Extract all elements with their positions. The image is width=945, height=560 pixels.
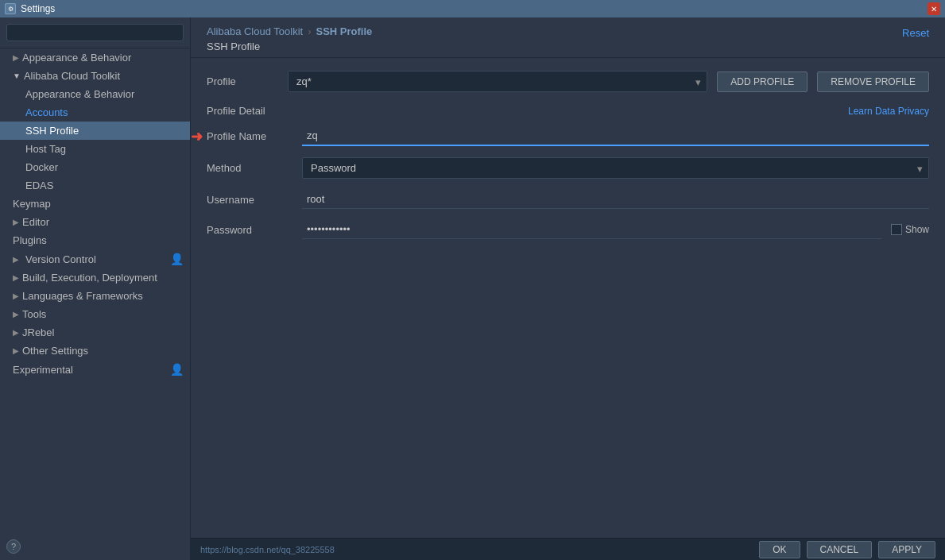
- content-area: Alibaba Cloud Toolkit › SSH Profile Rese…: [191, 17, 945, 560]
- arrow-icon: ▶: [13, 310, 19, 319]
- sidebar-item-docker[interactable]: Docker: [0, 158, 190, 176]
- main-layout: ▶ Appearance & Behavior ▼ Alibaba Cloud …: [0, 17, 945, 560]
- sidebar-item-label: Appearance & Behavior: [25, 88, 134, 100]
- sidebar-item-label: Version Control: [25, 253, 96, 265]
- sidebar-item-appearance-behavior-sub[interactable]: Appearance & Behavior: [0, 85, 190, 103]
- remove-profile-button[interactable]: REMOVE PROFILE: [817, 71, 929, 92]
- breadcrumb: Alibaba Cloud Toolkit › SSH Profile: [207, 25, 372, 37]
- sidebar-item-label: EDAS: [25, 180, 53, 191]
- arrow-icon: ▶: [13, 218, 19, 226]
- red-arrow-icon: ➜: [191, 128, 203, 145]
- sidebar-item-label: Tools: [22, 308, 46, 320]
- page-title-row: SSH Profile: [207, 41, 929, 57]
- profile-label: Profile: [207, 75, 278, 87]
- reset-button[interactable]: Reset: [902, 27, 929, 39]
- arrow-icon: ▶: [13, 273, 19, 282]
- sidebar-item-host-tag[interactable]: Host Tag: [0, 140, 190, 158]
- sidebar-item-keymap[interactable]: Keymap: [0, 195, 190, 213]
- sidebar-item-languages-frameworks[interactable]: ▶ Languages & Frameworks: [0, 287, 190, 305]
- sidebar-item-appearance-behavior-top[interactable]: ▶ Appearance & Behavior: [0, 48, 190, 67]
- sidebar-item-label: Other Settings: [22, 345, 88, 357]
- search-input[interactable]: [6, 24, 184, 41]
- sidebar-item-label: JRebel: [22, 326, 54, 338]
- sidebar-item-label: Alibaba Cloud Toolkit: [24, 70, 120, 82]
- profile-row: Profile zq* ▾ ADD PROFILE REMOVE PROFILE: [207, 71, 929, 92]
- content-body: Profile zq* ▾ ADD PROFILE REMOVE PROFILE…: [191, 58, 945, 538]
- form-label-method: Method: [207, 162, 302, 174]
- ok-button[interactable]: OK: [759, 541, 800, 558]
- title-bar-title: Settings: [21, 3, 55, 14]
- password-field-area: Show: [302, 220, 929, 239]
- bottom-bar: https://blog.csdn.net/qq_38225558 OK CAN…: [191, 538, 945, 560]
- apply-button[interactable]: APPLY: [878, 541, 935, 558]
- sidebar-item-label: SSH Profile: [25, 125, 79, 137]
- arrow-icon: ▼: [13, 71, 21, 80]
- sidebar-item-ssh-profile[interactable]: SSH Profile: [0, 122, 190, 140]
- sidebar-item-label: Experimental: [13, 364, 73, 376]
- page-title: SSH Profile: [207, 41, 260, 52]
- arrow-icon: ▶: [13, 53, 19, 62]
- sidebar-item-label: Appearance & Behavior: [22, 52, 131, 64]
- username-input[interactable]: [302, 190, 929, 209]
- bottom-url: https://blog.csdn.net/qq_38225558: [200, 545, 753, 554]
- sidebar-item-label: Accounts: [25, 106, 68, 118]
- sidebar-item-label: Plugins: [13, 234, 47, 246]
- sidebar-item-other-settings[interactable]: ▶ Other Settings: [0, 342, 190, 360]
- method-select-wrapper: Password Key Pair ▾: [302, 157, 929, 179]
- experimental-icon: 👤: [170, 363, 184, 376]
- profile-detail-title: Profile Detail: [207, 105, 265, 117]
- profile-select-wrapper: zq* ▾: [288, 71, 707, 92]
- profile-detail-header: Profile Detail Learn Data Privacy: [207, 105, 929, 117]
- sidebar-item-accounts[interactable]: Accounts: [0, 103, 190, 122]
- form-label-username: Username: [207, 194, 302, 206]
- sidebar-item-label: Docker: [25, 161, 58, 173]
- sidebar-item-plugins[interactable]: Plugins: [0, 231, 190, 249]
- sidebar-item-label: Keymap: [13, 198, 51, 210]
- profile-select[interactable]: zq*: [288, 71, 707, 92]
- sidebar-item-tools[interactable]: ▶ Tools: [0, 305, 190, 323]
- method-select[interactable]: Password Key Pair: [302, 157, 929, 179]
- sidebar-item-editor[interactable]: ▶ Editor: [0, 213, 190, 231]
- show-label: Show: [905, 224, 929, 235]
- arrow-icon: ▶: [13, 292, 19, 300]
- learn-privacy-link[interactable]: Learn Data Privacy: [848, 106, 929, 117]
- content-header: Alibaba Cloud Toolkit › SSH Profile Rese…: [191, 17, 945, 58]
- form-label-profile-name: Profile Name: [207, 130, 302, 142]
- svg-text:⚙: ⚙: [8, 6, 14, 13]
- show-password-area: Show: [891, 224, 929, 235]
- method-row: Method Password Key Pair ▾: [207, 157, 929, 179]
- title-bar: ⚙ Settings ✕: [0, 0, 945, 17]
- arrow-icon: ▶: [13, 346, 19, 355]
- search-bar: [0, 17, 190, 48]
- breadcrumb-parent: Alibaba Cloud Toolkit: [207, 25, 303, 37]
- sidebar-item-build-execution[interactable]: ▶ Build, Execution, Deployment: [0, 268, 190, 287]
- username-row: Username: [207, 190, 929, 209]
- sidebar: ▶ Appearance & Behavior ▼ Alibaba Cloud …: [0, 17, 191, 560]
- arrow-icon: ▶: [13, 328, 19, 337]
- breadcrumb-current: SSH Profile: [316, 25, 373, 37]
- sidebar-item-jrebel[interactable]: ▶ JRebel: [0, 323, 190, 342]
- sidebar-item-edas[interactable]: EDAS: [0, 176, 190, 195]
- sidebar-item-label: Editor: [22, 216, 49, 228]
- breadcrumb-separator: ›: [308, 25, 311, 37]
- sidebar-item-label: Host Tag: [25, 143, 66, 155]
- sidebar-item-version-control[interactable]: ▶ Version Control 👤: [0, 249, 190, 268]
- show-password-checkbox[interactable]: [891, 224, 902, 235]
- profile-name-row: ➜ Profile Name: [207, 126, 929, 146]
- sidebar-item-alibaba-cloud-toolkit[interactable]: ▼ Alibaba Cloud Toolkit: [0, 67, 190, 85]
- sidebar-item-experimental[interactable]: Experimental 👤: [0, 360, 190, 379]
- profile-name-input[interactable]: [302, 126, 929, 146]
- app-icon: ⚙: [5, 3, 16, 14]
- sidebar-item-label: Languages & Frameworks: [22, 290, 143, 302]
- password-input[interactable]: [302, 220, 881, 239]
- close-button[interactable]: ✕: [928, 2, 940, 15]
- help-button[interactable]: ?: [6, 539, 21, 554]
- add-profile-button[interactable]: ADD PROFILE: [717, 71, 808, 92]
- cancel-button[interactable]: CANCEL: [807, 541, 873, 558]
- password-row: Password Show: [207, 220, 929, 239]
- form-label-password: Password: [207, 224, 302, 236]
- version-control-icon: 👤: [170, 253, 184, 265]
- arrow-icon: ▶: [13, 255, 19, 264]
- sidebar-item-label: Build, Execution, Deployment: [22, 272, 157, 284]
